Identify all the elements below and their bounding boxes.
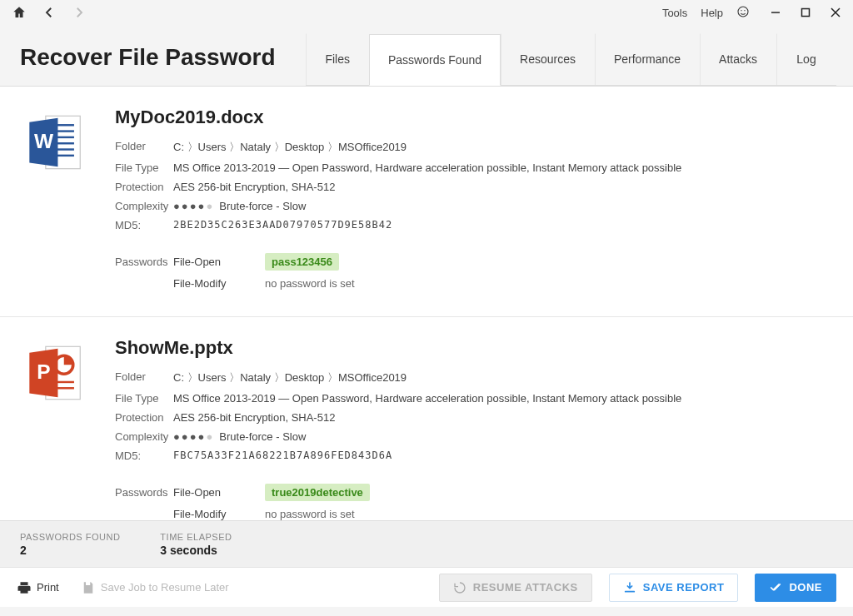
window-controls (768, 5, 843, 20)
meta-label: Complexity (115, 430, 173, 443)
meta-label: File Type (115, 161, 173, 174)
tab-passwords-found[interactable]: Passwords Found (369, 34, 501, 86)
file-entry: P ShowMe.pptx FolderC: 〉Users 〉Nataly 〉D… (0, 317, 853, 520)
top-menu: Tools Help (662, 5, 750, 21)
meta-label: Complexity (115, 200, 173, 212)
file-type-icon: W (23, 107, 90, 293)
protection-value: AES 256-bit Encryption, SHA-512 (173, 411, 335, 424)
save-report-button[interactable]: SAVE REPORT (609, 574, 739, 602)
file-type-value: MS Office 2013-2019 — Open Password, Har… (173, 392, 681, 405)
svg-point-0 (738, 7, 748, 17)
save-job-button: Save Job to Resume Later (81, 580, 229, 595)
password-none-value: no password is set (265, 277, 355, 290)
done-button[interactable]: DONE (755, 574, 836, 602)
download-icon (623, 581, 636, 594)
meta-label: Passwords (115, 256, 173, 268)
meta-label: Folder (115, 140, 173, 155)
password-type: File-Open (173, 256, 265, 268)
password-type: File-Modify (173, 508, 265, 520)
password-type: File-Modify (173, 277, 265, 290)
tabs: Files Passwords Found Resources Performa… (306, 33, 836, 86)
svg-text:P: P (37, 360, 50, 383)
maximize-icon[interactable] (798, 5, 813, 20)
home-icon[interactable] (10, 3, 28, 22)
check-icon (769, 581, 782, 594)
resume-icon (453, 581, 466, 594)
file-name: MyDoc2019.docx (115, 107, 830, 128)
md5-value: FBC75A33F21A68221B7A896FED843D6A (173, 450, 392, 462)
minimize-icon[interactable] (768, 5, 783, 20)
file-type-value: MS Office 2013-2019 — Open Password, Har… (173, 161, 681, 174)
resume-attacks-button: RESUME ATTACKS (439, 574, 592, 602)
summary-time-elapsed: TIME ELAPSED 3 seconds (160, 532, 232, 557)
menu-tools[interactable]: Tools (662, 7, 687, 19)
meta-label: MD5: (115, 219, 173, 231)
file-type-icon: P (23, 337, 90, 520)
summary-passwords-found: PASSWORDS FOUND 2 (20, 532, 120, 557)
md5-value: 2BE2D35C263E3AAD07970577D9E58B42 (173, 219, 392, 231)
complexity-value: ●●●●●Brute-force - Slow (173, 430, 306, 443)
tab-performance[interactable]: Performance (595, 33, 700, 85)
page-title: Recover File Password (20, 44, 306, 86)
file-name: ShowMe.pptx (115, 337, 830, 359)
forward-icon (70, 3, 88, 22)
svg-text:W: W (34, 130, 53, 152)
complexity-dots: ●●●●● (173, 200, 214, 212)
main-content[interactable]: W MyDoc2019.docx FolderC: 〉Users 〉Nataly… (0, 86, 853, 520)
password-found-value: true2019detective (265, 484, 370, 501)
feedback-icon[interactable] (736, 5, 750, 21)
password-type: File-Open (173, 486, 265, 499)
tab-resources[interactable]: Resources (501, 33, 595, 85)
complexity-dots: ●●●●● (173, 430, 214, 443)
action-bar: Print Save Job to Resume Later RESUME AT… (0, 567, 853, 607)
header-row: Recover File Password Files Passwords Fo… (0, 25, 853, 86)
password-none-value: no password is set (265, 508, 355, 520)
print-icon (17, 580, 32, 595)
svg-point-2 (744, 10, 745, 11)
tab-attacks[interactable]: Attacks (700, 33, 776, 85)
svg-point-1 (741, 10, 741, 11)
meta-label: Folder (115, 370, 173, 385)
folder-value: C: 〉Users 〉Nataly 〉Desktop 〉MSOffice2019 (173, 370, 407, 385)
complexity-value: ●●●●●Brute-force - Slow (173, 200, 306, 212)
folder-value: C: 〉Users 〉Nataly 〉Desktop 〉MSOffice2019 (173, 140, 407, 155)
tab-log[interactable]: Log (776, 33, 836, 85)
meta-label: Protection (115, 181, 173, 193)
meta-label: Passwords (115, 486, 173, 499)
top-toolbar: Tools Help (0, 0, 853, 25)
close-icon[interactable] (828, 5, 843, 20)
tab-files[interactable]: Files (306, 33, 369, 85)
back-icon[interactable] (40, 3, 58, 22)
menu-help[interactable]: Help (701, 7, 723, 19)
meta-label: Protection (115, 411, 173, 424)
save-icon (81, 580, 96, 595)
summary-bar: PASSWORDS FOUND 2 TIME ELAPSED 3 seconds (0, 520, 853, 567)
file-entry: W MyDoc2019.docx FolderC: 〉Users 〉Nataly… (0, 87, 853, 317)
meta-label: MD5: (115, 450, 173, 462)
svg-rect-4 (802, 9, 810, 17)
nav-icons (10, 3, 88, 22)
password-found-value: pass123456 (265, 253, 339, 271)
protection-value: AES 256-bit Encryption, SHA-512 (173, 181, 335, 193)
meta-label: File Type (115, 392, 173, 405)
print-button[interactable]: Print (17, 580, 59, 595)
